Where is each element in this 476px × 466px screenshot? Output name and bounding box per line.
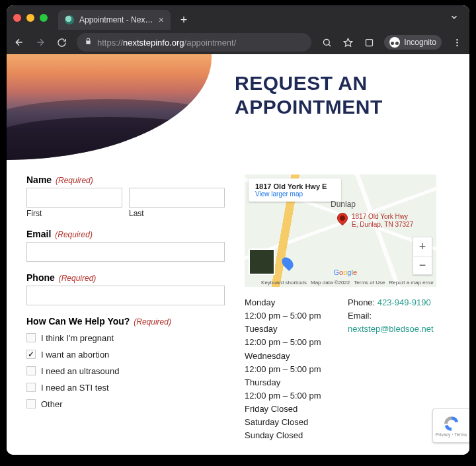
email-group: Email (Required) (26, 229, 225, 262)
forward-button[interactable] (34, 37, 46, 48)
appointment-form: Name (Required) First Last (26, 175, 225, 443)
svg-point-7 (456, 42, 458, 44)
last-sublabel: Last (129, 209, 225, 218)
contact-info: Phone: 423-949-9190 Email: nextstep@bled… (348, 296, 434, 443)
tab-title: Appointment - Next Step Reso (79, 15, 153, 24)
svg-point-6 (456, 38, 458, 40)
hero-image (7, 54, 212, 160)
new-tab-button[interactable]: + (176, 12, 192, 28)
svg-line-3 (329, 44, 331, 46)
browser-toolbar: https://nextstepinfo.org/appointment/ In… (7, 30, 469, 54)
help-option[interactable]: ✓I want an abortion (26, 350, 225, 360)
incognito-label: Incognito (404, 38, 436, 47)
hours-list: Monday 12:00 pm – 5:00 pm Tuesday 12:00 … (245, 296, 331, 443)
page-title: REQUEST AN APPOINTMENT (235, 71, 383, 119)
reload-button[interactable] (56, 38, 67, 48)
svg-marker-4 (344, 38, 352, 46)
help-option-label: I need an STI test (41, 383, 109, 393)
help-option-label: I think I'm pregnant (41, 333, 114, 343)
incognito-icon (389, 37, 400, 48)
address-bar[interactable]: https://nextstepinfo.org/appointment/ (77, 33, 311, 52)
map-data-attrib: Map data ©2022 (311, 280, 350, 286)
required-marker: (Required) (134, 317, 171, 327)
help-group: How Can We Help You? (Required) I think … (26, 316, 225, 409)
help-label: How Can We Help You? (26, 316, 130, 327)
required-marker: (Required) (55, 230, 93, 239)
help-option[interactable]: I think I'm pregnant (26, 333, 225, 343)
recaptcha-badge[interactable]: Privacy · Terms (432, 408, 469, 443)
close-window-button[interactable] (13, 14, 21, 22)
map-satellite-toggle[interactable] (249, 249, 275, 275)
menu-icon[interactable] (451, 38, 463, 48)
traffic-lights (13, 14, 48, 22)
map-pin-label: 1817 Old York Hwy E, Dunlap, TN 37327 (352, 213, 413, 229)
checkbox-icon[interactable] (26, 399, 36, 408)
help-option-label: I want an abortion (41, 350, 109, 360)
phone-link[interactable]: 423-949-9190 (377, 297, 431, 307)
email-link[interactable]: nextstep@bledsoe.net (348, 324, 434, 334)
email-label: Email (26, 229, 51, 239)
map-embed[interactable]: 1817 Old York Hwy E View larger map Dunl… (245, 175, 436, 287)
browser-tab[interactable]: Appointment - Next Step Reso × (58, 10, 171, 30)
checkbox-icon[interactable] (26, 366, 36, 375)
zoom-out-button[interactable]: − (413, 256, 432, 274)
svg-rect-5 (366, 39, 372, 46)
map-info-card: 1817 Old York Hwy E View larger map (249, 178, 341, 202)
email-input[interactable] (26, 242, 225, 262)
checkbox-icon[interactable] (26, 383, 36, 392)
name-group: Name (Required) First Last (26, 175, 225, 218)
last-name-input[interactable] (129, 188, 225, 208)
map-keyboard-shortcuts-link[interactable]: Keyboard shortcuts (261, 280, 307, 286)
favicon (65, 15, 74, 24)
help-option[interactable]: I need an ultrasound (26, 366, 225, 376)
map-footer: Keyboard shortcuts Map data ©2022 Terms … (261, 280, 434, 286)
email-label-text: Email: (348, 309, 434, 323)
zoom-in-button[interactable]: + (413, 237, 432, 256)
required-marker: (Required) (56, 176, 93, 185)
minimize-window-button[interactable] (26, 14, 34, 22)
map-terms-link[interactable]: Terms of Use (354, 280, 385, 286)
maximize-window-button[interactable] (40, 14, 48, 22)
help-option[interactable]: Other (26, 399, 225, 409)
google-logo: Google (333, 268, 357, 276)
help-option-label: Other (41, 399, 63, 409)
map-city-label: Dunlap (331, 200, 356, 209)
first-sublabel: First (26, 209, 122, 218)
required-marker: (Required) (59, 274, 97, 283)
lock-icon (85, 38, 92, 47)
page-viewport: REQUEST AN APPOINTMENT Name (Required) F… (7, 54, 469, 455)
close-tab-icon[interactable]: × (159, 15, 164, 25)
map-report-link[interactable]: Report a map error (389, 280, 434, 286)
map-address: 1817 Old York Hwy E (255, 182, 335, 190)
window-titlebar: Appointment - Next Step Reso × + (7, 5, 469, 30)
url-scheme: https://nextstepinfo.org/appointment/ (97, 38, 236, 48)
back-button[interactable] (13, 37, 25, 48)
name-label: Name (26, 175, 52, 185)
phone-label: Phone (26, 272, 55, 283)
first-name-input[interactable] (26, 188, 122, 208)
help-option-label: I need an ultrasound (41, 366, 120, 376)
checkbox-icon[interactable] (26, 333, 36, 342)
hero-section: REQUEST AN APPOINTMENT (7, 54, 469, 160)
recaptcha-icon (443, 415, 460, 432)
phone-group: Phone (Required) (26, 272, 225, 305)
svg-point-8 (456, 44, 458, 46)
map-zoom-control: + − (413, 237, 432, 275)
chevron-down-icon[interactable] (450, 13, 459, 24)
extension-icon[interactable] (363, 38, 375, 48)
phone-input[interactable] (26, 286, 225, 305)
phone-label-text: Phone: (348, 297, 377, 307)
incognito-badge[interactable]: Incognito (384, 35, 442, 50)
help-option[interactable]: I need an STI test (26, 383, 225, 393)
star-icon[interactable] (342, 38, 354, 48)
svg-point-2 (323, 39, 329, 45)
view-larger-map-link[interactable]: View larger map (255, 190, 335, 198)
sidebar: 1817 Old York Hwy E View larger map Dunl… (245, 175, 450, 443)
search-icon[interactable] (321, 38, 333, 48)
checkbox-icon[interactable]: ✓ (26, 350, 36, 359)
